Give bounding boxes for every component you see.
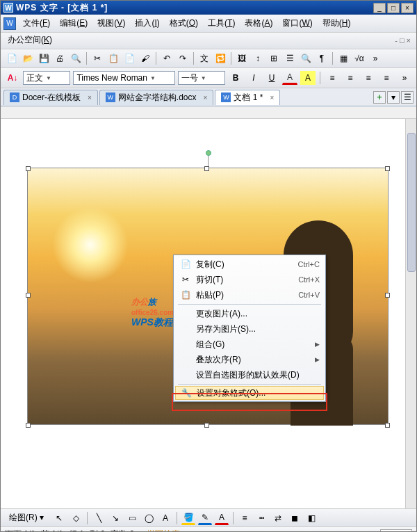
rectangle-icon[interactable]: ▭: [125, 511, 139, 525]
rotation-handle[interactable]: [206, 150, 211, 156]
menu-insert[interactable]: 插入(I): [131, 16, 163, 31]
tab-close-icon[interactable]: ×: [204, 94, 208, 102]
menu-window[interactable]: 窗口(W): [278, 16, 316, 31]
menu-file[interactable]: 文件(F): [19, 16, 54, 31]
menu-edit[interactable]: 编辑(E): [56, 16, 92, 31]
page[interactable]: 办公族 office26.com WPS教程 📄复制(C)Ctrl+C ✂剪切(…: [6, 126, 395, 501]
align-justify-icon[interactable]: ≡: [379, 71, 394, 85]
line-style-icon[interactable]: ≡: [238, 511, 252, 525]
resize-handle-tm[interactable]: [204, 166, 209, 171]
save-icon[interactable]: 💾: [37, 51, 51, 65]
new-doc-icon[interactable]: 📄: [5, 51, 19, 65]
tab-close-icon[interactable]: ×: [88, 94, 92, 102]
italic-button[interactable]: I: [246, 71, 261, 85]
dash-style-icon[interactable]: ┅: [254, 511, 268, 525]
resize-handle-tl[interactable]: [26, 166, 31, 171]
3d-icon[interactable]: ◧: [304, 511, 318, 525]
size-select[interactable]: 一号▼: [178, 71, 225, 85]
align-right-icon[interactable]: ≡: [361, 71, 376, 85]
tab-list-button[interactable]: ▾: [387, 91, 400, 104]
bold-button[interactable]: B: [228, 71, 243, 85]
cut-icon[interactable]: ✂: [90, 51, 104, 65]
textbox-icon[interactable]: A: [158, 511, 172, 525]
find-icon[interactable]: 🔍: [299, 51, 313, 65]
show-marks-icon[interactable]: ¶: [315, 51, 329, 65]
horizontal-ruler[interactable]: [1, 106, 416, 119]
menu-help[interactable]: 帮助(H): [318, 16, 355, 31]
preview-icon[interactable]: 🔍: [69, 51, 83, 65]
status-spellcheck[interactable]: ✎拼写检查 ▾: [140, 529, 184, 532]
resize-handle-br[interactable]: [385, 423, 390, 428]
arrow-icon[interactable]: ↘: [108, 511, 122, 525]
draw-menu[interactable]: 绘图(R) ▾: [5, 510, 48, 525]
autoshapes-icon[interactable]: ◇: [69, 511, 83, 525]
paste-icon[interactable]: 📄: [122, 51, 136, 65]
equation-icon[interactable]: √α: [352, 51, 366, 65]
underline-button[interactable]: U: [264, 71, 279, 85]
vertical-scrollbar[interactable]: [405, 119, 416, 508]
tab-options-button[interactable]: ☰: [401, 91, 414, 104]
style-indicator-icon[interactable]: A↓: [5, 71, 20, 85]
ctx-group[interactable]: 组合(G)▶: [175, 337, 324, 352]
ctx-save-as-image[interactable]: 另存为图片(S)...: [175, 321, 324, 337]
menu-workspace[interactable]: 办公空间(K): [3, 33, 56, 47]
undo-icon[interactable]: ↶: [160, 51, 174, 65]
outline-icon[interactable]: ⊞: [267, 51, 281, 65]
font-select[interactable]: Times New Roman▼: [73, 71, 174, 85]
line-icon[interactable]: ╲: [92, 511, 106, 525]
font-color-button[interactable]: A: [282, 71, 297, 85]
tab-close-icon[interactable]: ×: [270, 94, 274, 102]
redo-icon[interactable]: ↷: [176, 51, 190, 65]
resize-handle-ml[interactable]: [26, 293, 31, 298]
resize-handle-bm[interactable]: [204, 423, 209, 428]
highlight-button[interactable]: A: [300, 71, 316, 85]
ctx-order[interactable]: 叠放次序(R)▶: [175, 352, 324, 367]
arrow-style-icon[interactable]: ⇄: [271, 511, 285, 525]
oval-icon[interactable]: ◯: [142, 511, 156, 525]
format-painter-icon[interactable]: 🖌: [138, 51, 152, 65]
ctx-cut[interactable]: ✂剪切(T)Ctrl+X: [175, 272, 324, 287]
resize-handle-mr[interactable]: [385, 293, 390, 298]
fill-color-icon[interactable]: 🪣: [181, 511, 195, 525]
tab-docer[interactable]: D Docer-在线模板 ×: [3, 90, 98, 105]
view-read-icon[interactable]: 📖: [366, 529, 379, 533]
copy-icon[interactable]: 📋: [106, 51, 120, 65]
resize-handle-bl[interactable]: [26, 423, 31, 428]
columns-icon[interactable]: ☰: [283, 51, 297, 65]
line-color-icon[interactable]: ✎: [198, 511, 212, 525]
new-tab-button[interactable]: +: [373, 91, 386, 104]
menu-format[interactable]: 格式(O): [165, 16, 202, 31]
find-replace-icon[interactable]: 🔁: [213, 51, 227, 65]
align-center-icon[interactable]: ≡: [343, 71, 358, 85]
resize-handle-tr[interactable]: [385, 166, 390, 171]
maximize-button[interactable]: □: [387, 3, 400, 13]
tab-doc1[interactable]: W 网站金字塔结构.docx ×: [99, 90, 214, 105]
tab-doc-active[interactable]: W 文档 1 * ×: [215, 90, 280, 105]
menu-table[interactable]: 表格(A): [240, 16, 277, 31]
print-icon[interactable]: 🖨: [53, 51, 67, 65]
minimize-button[interactable]: _: [373, 3, 386, 13]
insert-text-icon[interactable]: 文: [197, 51, 211, 65]
mdi-controls[interactable]: - □ ×: [395, 36, 411, 45]
view-print-icon[interactable]: ▤: [325, 529, 337, 533]
insert-image-icon[interactable]: 🖼: [235, 51, 249, 65]
scroll-thumb[interactable]: [407, 133, 416, 272]
view-web-icon[interactable]: ▦: [352, 529, 365, 533]
select-objects-icon[interactable]: ↖: [52, 511, 66, 525]
table-icon[interactable]: ▦: [336, 51, 350, 65]
style-select[interactable]: 正文▼: [23, 71, 70, 85]
text-direction-icon[interactable]: ↕: [251, 51, 265, 65]
ctx-copy[interactable]: 📄复制(C)Ctrl+C: [175, 257, 324, 272]
close-button[interactable]: ×: [401, 3, 414, 13]
ctx-paste[interactable]: 📋粘贴(P)Ctrl+V: [175, 287, 324, 303]
more-icon[interactable]: »: [368, 51, 382, 65]
more-format-icon[interactable]: »: [397, 71, 412, 85]
ctx-format-object[interactable]: 🔧设置对象格式(O)...: [175, 386, 324, 400]
align-left-icon[interactable]: ≡: [325, 71, 340, 85]
ctx-change-image[interactable]: 更改图片(A)...: [175, 306, 324, 321]
menu-view[interactable]: 视图(V): [93, 16, 129, 31]
open-icon[interactable]: 📂: [21, 51, 35, 65]
ctx-default-effect[interactable]: 设置自选图形的默认效果(D): [175, 367, 324, 382]
zoom-control[interactable]: 100 % ▾: [380, 529, 412, 533]
view-outline-icon[interactable]: ☰: [338, 529, 351, 533]
